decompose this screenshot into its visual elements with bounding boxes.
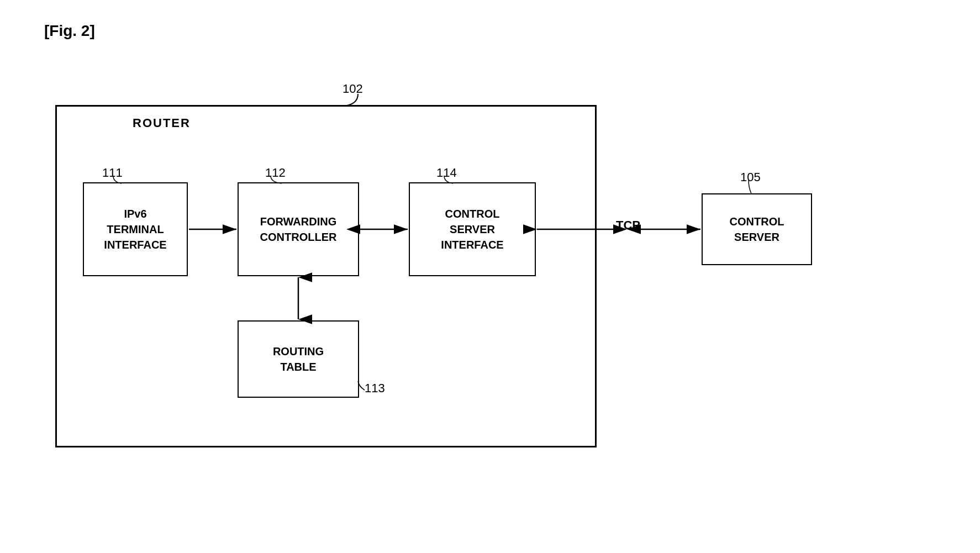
ref-114: 114 (436, 166, 457, 180)
ref-111: 111 (102, 166, 123, 180)
ref-112: 112 (265, 166, 286, 180)
routing-table-label: ROUTINGTABLE (273, 344, 324, 375)
ref-105: 105 (740, 170, 761, 185)
router-label: ROUTER (133, 116, 191, 130)
ipv6-terminal-interface-box: IPv6TERMINALINTERFACE (83, 182, 188, 276)
forwarding-controller-box: FORWARDINGCONTROLLER (238, 182, 359, 276)
ipv6-terminal-interface-label: IPv6TERMINALINTERFACE (104, 206, 166, 252)
control-server-interface-box: CONTROLSERVERINTERFACE (409, 182, 536, 276)
control-server-label: CONTROLSERVER (730, 214, 784, 245)
routing-table-box: ROUTINGTABLE (238, 320, 359, 398)
forwarding-controller-label: FORWARDINGCONTROLLER (260, 214, 337, 245)
page-container: [Fig. 2] ROUTER IPv6TERMINALINTERFACE FO… (0, 0, 980, 553)
ref-102: 102 (343, 82, 363, 96)
ref-113: 113 (365, 381, 385, 396)
control-server-interface-label: CONTROLSERVERINTERFACE (441, 206, 503, 252)
control-server-box: CONTROLSERVER (702, 193, 812, 265)
figure-label: [Fig. 2] (44, 22, 95, 40)
tcp-label: TCP (616, 218, 640, 233)
